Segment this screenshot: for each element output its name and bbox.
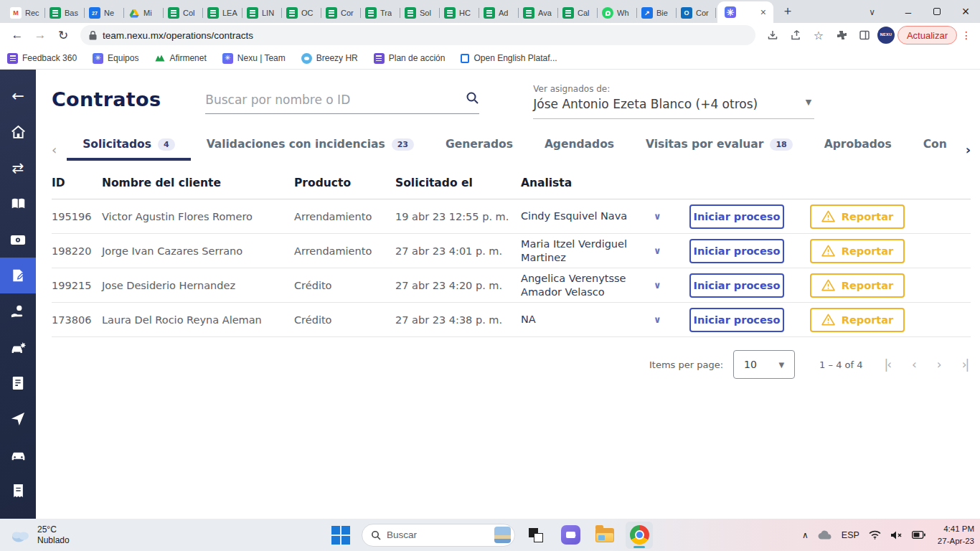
chrome-button[interactable] (626, 522, 653, 549)
browser-tab-cor[interactable]: OCor (677, 3, 716, 23)
items-per-page-select[interactable]: 10 ▼ (733, 350, 795, 379)
browser-tab-cor[interactable]: Cor (321, 3, 361, 23)
tabs-scroll-right-icon[interactable]: › (966, 142, 971, 157)
volume-muted-icon[interactable] (890, 530, 903, 540)
battery-icon[interactable] (912, 531, 925, 539)
browser-tab-lea[interactable]: LEA (203, 3, 242, 23)
download-icon[interactable] (763, 26, 783, 44)
tab-search-chevron-icon[interactable]: ∨ (869, 7, 875, 17)
browser-tab-rec[interactable]: MRec (6, 3, 45, 23)
reload-icon[interactable]: ↻ (53, 25, 73, 45)
report-button[interactable]: Reportar (810, 273, 905, 298)
analyst-chevron-down-icon[interactable]: ∨ (654, 314, 689, 325)
chrome-menu-icon[interactable]: ⋮ (960, 29, 973, 41)
start-process-button[interactable]: Iniciar proceso (689, 239, 784, 263)
start-process-button[interactable]: Iniciar proceso (689, 273, 784, 298)
analyst-chevron-down-icon[interactable]: ∨ (654, 211, 689, 222)
sidebar-item-tracking[interactable] (0, 401, 36, 437)
bookmark-afirmenet[interactable]: Afirmenet (154, 53, 206, 64)
side-panel-icon[interactable] (854, 26, 875, 44)
search-highlight-image[interactable] (494, 527, 511, 543)
report-button[interactable]: Reportar (810, 308, 905, 332)
tab-agendados[interactable]: Agendados (529, 138, 630, 161)
next-page-icon[interactable]: › (937, 357, 941, 372)
browser-tab-active-nexu[interactable]: ✳ × (717, 1, 773, 23)
tabs-scroll-left-icon[interactable]: ‹ (52, 142, 57, 157)
browser-tab-hc[interactable]: HC (440, 3, 479, 23)
browser-tab-mi[interactable]: Mi (124, 3, 164, 23)
taskbar-search[interactable]: Buscar (362, 524, 515, 547)
analyst-chevron-down-icon[interactable]: ∨ (654, 280, 689, 291)
start-process-button[interactable]: Iniciar proceso (689, 204, 784, 229)
bookmark-equipos[interactable]: ✳Equipos (93, 53, 138, 64)
chevron-down-icon[interactable]: ▼ (806, 98, 811, 107)
bookmark-star-icon[interactable]: ☆ (809, 26, 829, 44)
tab-con[interactable]: Con (908, 138, 963, 161)
forward-icon[interactable]: → (30, 25, 50, 45)
maximize-button[interactable] (923, 0, 951, 23)
browser-tab-bie[interactable]: ↗Bie (637, 3, 677, 23)
report-button[interactable]: Reportar (810, 204, 905, 229)
tab-validaciones-con-incidencias[interactable]: Validaciones con incidencias23 (191, 138, 430, 161)
browser-tab-tra[interactable]: Tra (361, 3, 400, 23)
keyboard-language[interactable]: ESP (842, 530, 859, 540)
bookmark-feedback-360[interactable]: Feedback 360 (7, 53, 77, 64)
report-button[interactable]: Reportar (810, 239, 905, 263)
weather-widget[interactable]: 25°C Nublado (10, 524, 70, 546)
browser-tab-ne[interactable]: 27Ne (85, 3, 124, 23)
browser-tab-col[interactable]: Col (164, 3, 203, 23)
sidebar-item-payments[interactable] (0, 222, 36, 258)
sidebar-item-claims[interactable] (0, 329, 36, 365)
previous-page-icon[interactable]: ‹ (912, 357, 915, 372)
bookmark-breezy-hr[interactable]: Breezy HR (301, 53, 358, 64)
browser-tab-wh[interactable]: Wh (598, 3, 637, 23)
first-page-icon[interactable]: |‹ (884, 357, 890, 372)
sidebar-item-back[interactable]: ← (0, 78, 36, 114)
sidebar-item-home[interactable] (0, 114, 36, 150)
sidebar-item-commissions[interactable] (0, 293, 36, 329)
tab-solicitados[interactable]: Solicitados4 (67, 138, 190, 161)
onedrive-cloud-icon[interactable] (818, 530, 832, 540)
tab-aprobados[interactable]: Aprobados (809, 138, 908, 161)
sidebar-item-vehicles[interactable] (0, 437, 36, 473)
lock-icon[interactable] (89, 31, 97, 40)
minimize-button[interactable]: – (894, 0, 923, 23)
sidebar-item-documents[interactable] (0, 365, 36, 401)
teams-chat-button[interactable] (557, 522, 584, 549)
start-button[interactable] (327, 522, 354, 549)
browser-tab-lin[interactable]: LIN (242, 3, 282, 23)
start-process-button[interactable]: Iniciar proceso (689, 308, 784, 332)
browser-tab-oc[interactable]: OC (282, 3, 321, 23)
tab-generados[interactable]: Generados (430, 138, 529, 161)
sidebar-item-transfers[interactable]: ⇄ (0, 150, 36, 186)
browser-tab-ava[interactable]: Ava (519, 3, 558, 23)
wifi-icon[interactable] (869, 530, 881, 540)
bookmark-plan-de-acci-n[interactable]: Plan de acción (374, 53, 446, 64)
file-explorer-button[interactable] (591, 522, 618, 549)
sidebar-item-catalog[interactable] (0, 186, 36, 222)
task-view-button[interactable] (522, 522, 550, 549)
search-input[interactable] (205, 93, 466, 107)
extensions-puzzle-icon[interactable] (831, 26, 852, 44)
bookmark-nexu-team[interactable]: ✳Nexu | Team (222, 53, 286, 64)
share-icon[interactable] (786, 26, 806, 44)
bookmark-open-english-plataf-[interactable]: Open English Plataf... (461, 53, 557, 63)
close-button[interactable]: × (951, 0, 980, 23)
hidden-icons-chevron-icon[interactable]: ∧ (802, 530, 809, 540)
tab-visitas-por-evaluar[interactable]: Visitas por evaluar18 (630, 138, 809, 161)
new-tab-button[interactable]: + (778, 1, 798, 22)
tab-close-icon[interactable]: × (760, 7, 766, 17)
chrome-update-button[interactable]: Actualizar (897, 26, 957, 44)
sidebar-item-contracts[interactable] (0, 258, 36, 293)
back-icon[interactable]: ← (7, 25, 27, 45)
search-icon[interactable] (466, 91, 479, 108)
browser-tab-cal[interactable]: Cal (558, 3, 598, 23)
analyst-chevron-down-icon[interactable]: ∨ (654, 245, 689, 256)
browser-tab-sol[interactable]: Sol (400, 3, 440, 23)
clock[interactable]: 4:41 PM 27-Apr-23 (938, 523, 974, 546)
assigned-filter-dropdown[interactable]: Ver asignados de: Jóse Antonio Ezeta Bla… (533, 84, 814, 119)
profile-avatar[interactable]: NEXU (877, 27, 895, 44)
browser-tab-ad[interactable]: Ad (479, 3, 519, 23)
last-page-icon[interactable]: ›| (962, 357, 969, 372)
browser-tab-bas[interactable]: Bas (45, 3, 85, 23)
